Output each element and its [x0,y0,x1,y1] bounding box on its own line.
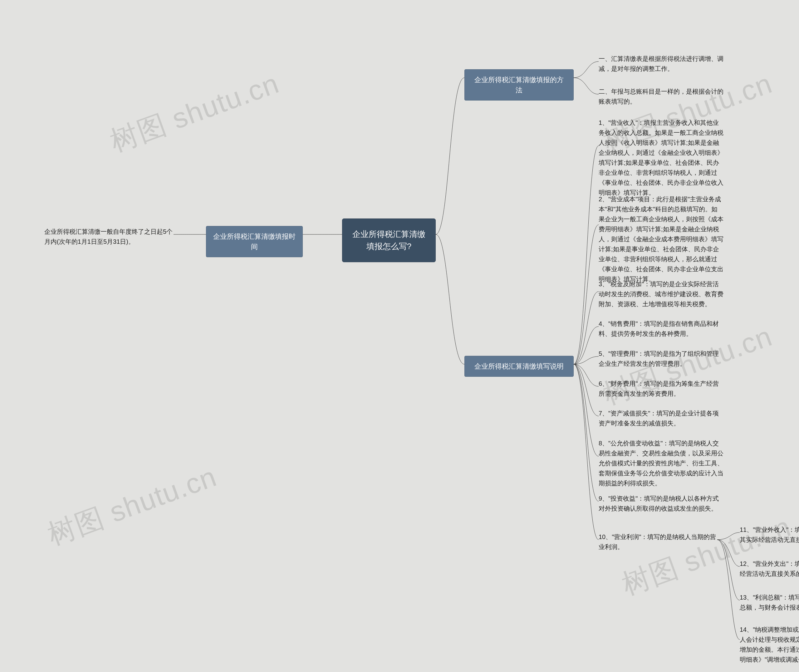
leaf-explain-13: 13、"利润总额"：填写的是纳税人当期的利润总额，与财务会计报表利润总额一致。 [740,592,799,613]
leaf-explain-1-text: 1、"营业收入"：填报主营业务收入和其他业务收入的收入总额。如果是一般工商企业纳… [599,119,724,196]
leaf-explain-3-text: 3、"税金及附加"：填写的是企业实际经营活动时发生的消费税、城市维护建设税、教育… [599,281,724,307]
watermark: 树图 shutu.cn [42,458,222,554]
leaf-explain-7: 7、"资产减值损失"：填写的是企业计提各项资产时准备发生的减值损失。 [599,408,724,428]
leaf-explain-10: 10、"营业利润"：填写的是纳税人当期的营业利润。 [599,532,717,552]
leaf-explain-2: 2、"营业成本"项目：此行是根据"主营业务成本"和"其他业务成本"科目的总额填写… [599,194,724,284]
leaf-explain-4-text: 4、"销售费用"：填写的是指在销售商品和材料、提供劳务时发生的各种费用。 [599,320,719,337]
leaf-method-1-text: 一、汇算清缴表是根据所得税法进行调增、调减，是对年报的调整工作。 [599,55,724,72]
leaf-explain-11: 11、"营业外收入"：填写的是纳税人发生的与其实际经营活动无直接关系的各项收入。 [740,525,799,545]
leaf-explain-11-text: 11、"营业外收入"：填写的是纳税人发生的与其实际经营活动无直接关系的各项收入。 [740,526,799,543]
watermark: 树图 shutu.cn [617,508,796,604]
leaf-explain-6: 6、"财务费用"：填写的是指为筹集生产经营所需资金而发生的筹资费用。 [599,379,724,398]
leaf-explain-8-text: 8、"公允价值变动收益"：填写的是纳税人交易性金融资产、交易性金融负债，以及采用… [599,440,724,486]
leaf-explain-4: 4、"销售费用"：填写的是指在销售商品和材料、提供劳务时发生的各种费用。 [599,319,724,339]
leaf-explain-3: 3、"税金及附加"：填写的是企业实际经营活动时发生的消费税、城市维护建设税、教育… [599,279,724,309]
leaf-explain-12: 12、"营业外支出"：填写的是实际发生的与其经营活动无直接关系的各项支出。 [740,559,799,579]
leaf-explain-9: 9、"投资收益"：填写的是纳税人以各种方式对外投资确认所取得的收益或发生的损失。 [599,493,724,514]
leaf-explain-10-text: 10、"营业利润"：填写的是纳税人当期的营业利润。 [599,533,716,550]
branch-method-label: 企业所得税汇算清缴填报的方法 [475,76,564,94]
leaf-explain-14: 14、"纳税调整增加或减少额"：填写的是纳税人会计处理与税收规定不一致，进行纳税… [740,624,799,664]
leaf-explain-6-text: 6、"财务费用"：填写的是指为筹集生产经营所需资金而发生的筹资费用。 [599,380,719,397]
leaf-method-2: 二、年报与总账科目是一样的，是根据会计的账表填写的。 [599,86,724,106]
branch-time-label: 企业所得税汇算清缴填报时间 [213,232,296,251]
leaf-time-detail: 企业所得税汇算清缴一般自年度终了之日起5个月内(次年的1月1日至5月31日)。 [44,227,174,246]
leaf-explain-5: 5、"管理费用"：填写的是指为了组织和管理企业生产经营发生的管理费用。 [599,349,724,369]
leaf-method-1: 一、汇算清缴表是根据所得税法进行调增、调减，是对年报的调整工作。 [599,54,724,74]
leaf-explain-1: 1、"营业收入"：填报主营业务收入和其他业务收入的收入总额。如果是一般工商企业纳… [599,118,724,198]
branch-time: 企业所得税汇算清缴填报时间 [206,226,303,257]
leaf-explain-5-text: 5、"管理费用"：填写的是指为了组织和管理企业生产经营发生的管理费用。 [599,350,719,367]
branch-method: 企业所得税汇算清缴填报的方法 [464,69,574,101]
root-node: 企业所得税汇算清缴填报怎么写? [342,219,436,262]
mindmap-canvas: 树图 shutu.cn 树图 shutu.cn 树图 shutu.cn 树图 s… [0,0,799,672]
leaf-explain-13-text: 13、"利润总额"：填写的是纳税人当期的利润总额，与财务会计报表利润总额一致。 [740,594,799,611]
leaf-explain-2-text: 2、"营业成本"项目：此行是根据"主营业务成本"和"其他业务成本"科目的总额填写… [599,196,724,282]
leaf-explain-12-text: 12、"营业外支出"：填写的是实际发生的与其经营活动无直接关系的各项支出。 [740,560,799,577]
leaf-explain-9-text: 9、"投资收益"：填写的是纳税人以各种方式对外投资确认所取得的收益或发生的损失。 [599,495,719,512]
leaf-explain-7-text: 7、"资产减值损失"：填写的是企业计提各项资产时准备发生的减值损失。 [599,410,719,427]
watermark: 树图 shutu.cn [105,65,284,161]
branch-explain-label: 企业所得税汇算清缴填写说明 [475,362,564,370]
root-title: 企业所得税汇算清缴填报怎么写? [352,229,425,251]
leaf-method-2-text: 二、年报与总账科目是一样的，是根据会计的账表填写的。 [599,88,724,105]
branch-explain: 企业所得税汇算清缴填写说明 [464,356,574,377]
leaf-explain-14-text: 14、"纳税调整增加或减少额"：填写的是纳税人会计处理与税收规定不一致，进行纳税… [740,626,799,663]
leaf-time-text: 企业所得税汇算清缴一般自年度终了之日起5个月内(次年的1月1日至5月31日)。 [44,228,173,245]
leaf-explain-8: 8、"公允价值变动收益"：填写的是纳税人交易性金融资产、交易性金融负债，以及采用… [599,438,724,488]
